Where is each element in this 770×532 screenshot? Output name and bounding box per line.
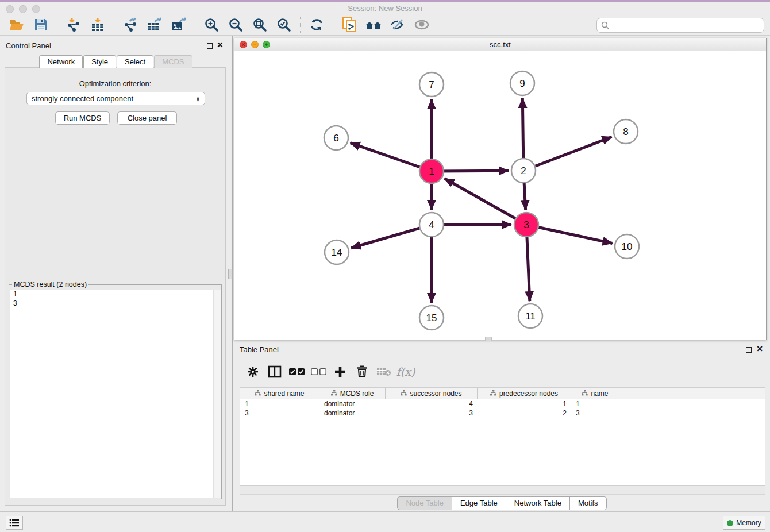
svg-text:4: 4	[429, 219, 434, 230]
column-header-name[interactable]: name	[571, 388, 619, 399]
column-header-successor-nodes[interactable]: successor nodes	[386, 388, 478, 399]
table-cell[interactable]: dominator	[319, 408, 386, 418]
mcds-result-groupbox: MCDS result (2 nodes) 13	[9, 284, 222, 499]
table-row[interactable]: 1dominator411	[240, 399, 765, 408]
table-cell[interactable]: 1	[571, 399, 619, 408]
add-column-icon[interactable]	[332, 363, 349, 380]
tab-network[interactable]: Network	[39, 55, 83, 68]
new-network-from-selection-icon[interactable]	[340, 16, 359, 33]
edge-1-6[interactable]	[351, 143, 432, 171]
column-header-MCDS-role[interactable]: MCDS role	[319, 388, 386, 399]
toolbar-separator	[114, 17, 114, 33]
table-horizontal-scrollbar[interactable]	[240, 486, 765, 495]
task-history-button[interactable]	[6, 516, 23, 530]
open-session-icon[interactable]	[7, 16, 26, 33]
control-panel-float-icon[interactable]	[207, 43, 213, 49]
deselect-all-checks-icon[interactable]	[310, 363, 327, 380]
run-mcds-button[interactable]: Run MCDS	[55, 111, 110, 125]
graph-node-9[interactable]: 9	[510, 71, 534, 95]
first-neighbors-icon[interactable]	[364, 16, 383, 33]
tab-edge-table[interactable]: Edge Table	[452, 496, 506, 510]
tab-motifs[interactable]: Motifs	[570, 496, 607, 510]
network-view-window: ✕ − + scc.txt 7968124314101511	[234, 38, 767, 340]
mcds-result-list[interactable]: 13	[10, 290, 221, 498]
delete-table-icon[interactable]	[375, 363, 392, 380]
table-panel-title: Table Panel	[240, 345, 279, 354]
delete-column-icon[interactable]	[353, 363, 371, 380]
memory-button[interactable]: Memory	[723, 516, 765, 530]
graph-node-1[interactable]: 1	[419, 159, 444, 183]
optimization-criterion-label: Optimization criterion:	[5, 79, 225, 88]
control-panel-close-icon[interactable]: ✕	[217, 40, 224, 49]
node-table[interactable]: shared nameMCDS rolesuccessor nodesprede…	[240, 387, 765, 486]
result-line: 3	[10, 299, 221, 308]
splitter-grip[interactable]	[228, 269, 233, 279]
search-input[interactable]	[613, 21, 764, 30]
search-icon	[601, 21, 610, 30]
zoom-selected-icon[interactable]	[275, 16, 293, 33]
import-network-icon[interactable]	[64, 16, 83, 33]
refresh-icon[interactable]	[307, 16, 326, 33]
graph-node-8[interactable]: 8	[614, 119, 638, 144]
table-cell[interactable]: 1	[478, 399, 571, 408]
show-all-icon[interactable]	[413, 16, 431, 33]
table-row[interactable]: 3dominator323	[240, 408, 765, 418]
table-cell[interactable]: dominator	[319, 399, 386, 408]
zoom-fit-icon[interactable]	[251, 16, 269, 33]
edge-2-8[interactable]	[523, 137, 612, 171]
tab-style[interactable]: Style	[83, 55, 116, 68]
search-box[interactable]	[596, 18, 764, 33]
table-cell[interactable]: 2	[478, 408, 571, 418]
graph-node-10[interactable]: 10	[615, 234, 639, 259]
table-tabs: Node TableEdge TableNetwork TableMotifs	[234, 496, 770, 510]
tab-select[interactable]: Select	[117, 55, 153, 68]
table-cell[interactable]: 3	[571, 408, 619, 418]
zoom-in-icon[interactable]	[202, 16, 221, 33]
save-session-icon[interactable]	[32, 16, 50, 33]
result-scrollbar[interactable]	[213, 290, 221, 498]
network-graph[interactable]: 7968124314101511	[234, 51, 766, 340]
network-window-titlebar[interactable]: ✕ − + scc.txt	[234, 38, 766, 51]
column-hierarchy-icon	[331, 390, 337, 398]
graph-node-4[interactable]: 4	[419, 213, 444, 237]
graph-node-6[interactable]: 6	[324, 126, 348, 150]
table-panel-close-icon[interactable]: ✕	[756, 344, 763, 353]
graph-node-7[interactable]: 7	[419, 72, 444, 97]
table-cell[interactable]: 3	[240, 408, 319, 418]
split-view-icon[interactable]	[266, 363, 283, 380]
graph-node-15[interactable]: 15	[419, 306, 444, 330]
select-all-checks-icon[interactable]	[288, 363, 305, 380]
table-cell[interactable]: 1	[240, 399, 319, 408]
table-cell[interactable]: 4	[386, 399, 478, 408]
zoom-out-icon[interactable]	[226, 16, 245, 33]
tab-network-table[interactable]: Network Table	[506, 496, 570, 510]
svg-text:7: 7	[429, 79, 434, 90]
graph-node-3[interactable]: 3	[514, 213, 538, 237]
graph-node-2[interactable]: 2	[511, 159, 536, 183]
list-icon	[9, 518, 20, 527]
edge-3-1[interactable]	[445, 179, 526, 225]
network-canvas[interactable]: 7968124314101511	[234, 51, 766, 340]
table-panel-float-icon[interactable]	[746, 347, 752, 353]
edge-3-10[interactable]	[526, 225, 613, 243]
tab-mcds[interactable]: MCDS	[154, 55, 192, 68]
export-table-icon[interactable]	[145, 16, 164, 33]
graph-node-14[interactable]: 14	[325, 240, 349, 264]
svg-text:9: 9	[519, 78, 525, 89]
gear-icon[interactable]	[244, 363, 261, 380]
svg-text:15: 15	[426, 313, 437, 323]
column-header-shared-name[interactable]: shared name	[240, 388, 319, 399]
export-network-icon[interactable]	[121, 16, 140, 33]
table-cell[interactable]: 3	[386, 408, 478, 418]
close-panel-button[interactable]: Close panel	[117, 111, 177, 125]
function-builder-icon[interactable]: f(x)	[397, 363, 414, 380]
toolbar-separator	[333, 17, 333, 33]
resize-grip[interactable]	[485, 337, 492, 341]
tab-node-table[interactable]: Node Table	[397, 496, 452, 510]
graph-node-11[interactable]: 11	[518, 304, 542, 328]
criterion-select[interactable]: strongly connected component ▲▼	[26, 92, 205, 105]
export-image-icon[interactable]	[170, 16, 188, 33]
column-header-predecessor-nodes[interactable]: predecessor nodes	[478, 388, 571, 399]
hide-selected-icon[interactable]	[388, 16, 407, 33]
import-table-icon[interactable]	[88, 16, 107, 33]
